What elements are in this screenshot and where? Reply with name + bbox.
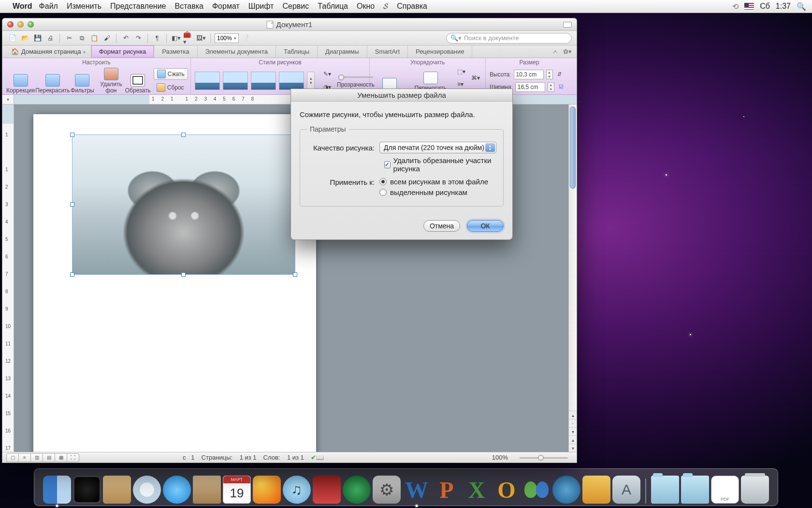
menu-file[interactable]: Файл [39, 2, 58, 11]
group-button[interactable]: ⌘▾ [470, 72, 481, 84]
clock-day[interactable]: Сб [760, 2, 770, 11]
dock-appstore[interactable] [612, 476, 640, 504]
next-page-icon[interactable]: ▾ [569, 427, 577, 435]
menu-help[interactable]: Справка [397, 2, 427, 11]
apply-all-radio[interactable] [379, 178, 387, 185]
media-icon[interactable]: 🖼▾ [196, 33, 206, 44]
view-fullscreen[interactable]: ⛶ [67, 453, 79, 462]
dock-outlook[interactable]: O [493, 476, 521, 504]
dock-ical[interactable] [223, 476, 251, 504]
apply-selected-radio[interactable] [379, 189, 387, 196]
window-titlebar[interactable]: Документ1 [2, 18, 577, 31]
dock-finder[interactable] [43, 476, 71, 504]
format-painter-icon[interactable]: 🖌 [102, 33, 112, 44]
dock-itunes[interactable] [283, 476, 311, 504]
view-publishing[interactable]: ▥ [30, 453, 43, 462]
filters-button[interactable]: Фильтры [71, 67, 94, 94]
redo-icon[interactable]: ↷ [133, 33, 144, 44]
vertical-ruler[interactable]: 1 12345678910111213141516171819202122 [2, 105, 14, 452]
tab-layout[interactable]: Разметка [154, 45, 197, 58]
dock-ichat[interactable] [163, 476, 191, 504]
menu-font[interactable]: Шрифт [248, 2, 274, 11]
tab-document-elements[interactable]: Элементы документа [198, 45, 276, 58]
copy-icon[interactable]: ⧉ [76, 33, 87, 44]
timemachine-menu-icon[interactable]: ⟲ [732, 2, 739, 11]
lock-aspect-icon[interactable]: ⇵ [557, 71, 562, 77]
width-field[interactable]: 16,5 cm [515, 82, 545, 92]
view-print-layout[interactable]: ▢ [6, 453, 19, 462]
dock-iphoto[interactable] [253, 476, 281, 504]
toolbar-toggle-button[interactable] [563, 22, 572, 28]
show-formatting-icon[interactable]: ¶ [152, 33, 162, 44]
tab-picture-format[interactable]: Формат рисунка [91, 45, 155, 58]
view-outline[interactable]: ≡ [18, 453, 31, 462]
dock-documents-folder[interactable] [681, 476, 709, 504]
dock-timemachine[interactable] [343, 476, 371, 504]
aspect-checkbox[interactable]: ☑ [559, 84, 564, 90]
width-stepper[interactable]: ▲▼ [548, 82, 554, 92]
search-input[interactable]: 🔍▾ Поиск в документе [446, 33, 572, 44]
new-doc-icon[interactable]: 📄 [7, 33, 18, 44]
remove-bg-button[interactable]: Удалить фон [100, 67, 122, 94]
tab-tables[interactable]: Таблицы [276, 45, 318, 58]
print-icon[interactable]: 🖨 [45, 33, 56, 44]
menu-table[interactable]: Таблица [318, 2, 348, 11]
delete-cropped-checkbox[interactable]: ✓ [384, 161, 391, 168]
sidebar-icon[interactable]: ◧▾ [171, 33, 181, 44]
border-button[interactable]: ✎▾ [320, 68, 334, 80]
menu-format[interactable]: Формат [212, 2, 240, 11]
dock-dashboard[interactable] [73, 476, 101, 504]
picture-styles-gallery[interactable]: ▴▾ [195, 72, 315, 90]
vertical-scrollbar[interactable]: ▴ ◦ ▾ ▴ ▾ [568, 105, 577, 452]
menu-insert[interactable]: Вставка [174, 2, 203, 11]
dock-messenger[interactable] [522, 476, 551, 504]
reset-button[interactable]: Сброс [154, 82, 188, 93]
ok-button[interactable]: ОК [467, 220, 504, 232]
window-close-button[interactable] [7, 21, 14, 28]
menu-tools[interactable]: Сервис [282, 2, 309, 11]
gallery-more-icon[interactable]: ▴▾ [307, 72, 315, 90]
dock-trash[interactable] [741, 476, 769, 504]
scroll-up-icon[interactable]: ▴ [569, 435, 577, 444]
save-icon[interactable]: 💾 [32, 33, 43, 44]
transparency-slider[interactable] [338, 74, 373, 80]
window-zoom-button[interactable] [28, 21, 34, 28]
dock-pdf-document[interactable] [711, 476, 739, 504]
dock-remote-desktop[interactable] [582, 476, 610, 504]
dock-powerpoint[interactable]: P [433, 476, 461, 504]
scrollbar-thumb[interactable] [570, 106, 576, 189]
dock-addressbook[interactable] [193, 476, 221, 504]
reorder-button[interactable]: ⬚▾ [456, 66, 467, 77]
menu-window[interactable]: Окно [357, 2, 375, 11]
selected-picture[interactable] [72, 134, 295, 275]
script-menu-icon[interactable]: 𝓢 [383, 2, 388, 11]
clock-time[interactable]: 1:37 [776, 2, 791, 11]
zoom-value[interactable]: 100% [492, 454, 508, 461]
toolbox-icon[interactable]: 🧰▾ [183, 33, 194, 44]
dock-communicator[interactable] [552, 476, 580, 504]
dock-imovie[interactable] [313, 476, 341, 504]
tab-charts[interactable]: Диаграммы [318, 45, 367, 58]
tab-home[interactable]: 🏠Домашняя страница▸ [6, 45, 91, 58]
quality-select[interactable]: Для печати (220 точек на дюйм) ▲▼ [379, 142, 496, 153]
view-draft[interactable]: ▤ [43, 453, 55, 462]
scroll-down-icon[interactable]: ▾ [569, 444, 577, 452]
zoom-combo[interactable]: 100% [215, 33, 239, 43]
document-page[interactable] [33, 114, 316, 452]
dock-applications-folder[interactable] [651, 476, 679, 504]
crop-button[interactable]: Обрезать [125, 67, 151, 94]
height-field[interactable]: 10,3 cm [514, 70, 544, 79]
tab-review[interactable]: Рецензирование [408, 45, 472, 58]
cut-icon[interactable]: ✂ [64, 33, 74, 44]
spotlight-icon[interactable]: 🔍 [797, 2, 806, 11]
dock-mail[interactable] [103, 476, 131, 504]
recolor-button[interactable]: Перекрасить [38, 67, 68, 94]
browse-object-icon[interactable]: ◦ [569, 419, 577, 427]
compress-button[interactable]: Сжать [154, 68, 188, 80]
paste-icon[interactable]: 📋 [89, 33, 100, 44]
cancel-button[interactable]: Отмена [423, 220, 460, 232]
app-menu[interactable]: Word [13, 2, 32, 11]
menu-view[interactable]: Представление [110, 2, 166, 11]
height-stepper[interactable]: ▲▼ [546, 70, 553, 79]
tab-smartart[interactable]: SmartArt [367, 45, 408, 58]
